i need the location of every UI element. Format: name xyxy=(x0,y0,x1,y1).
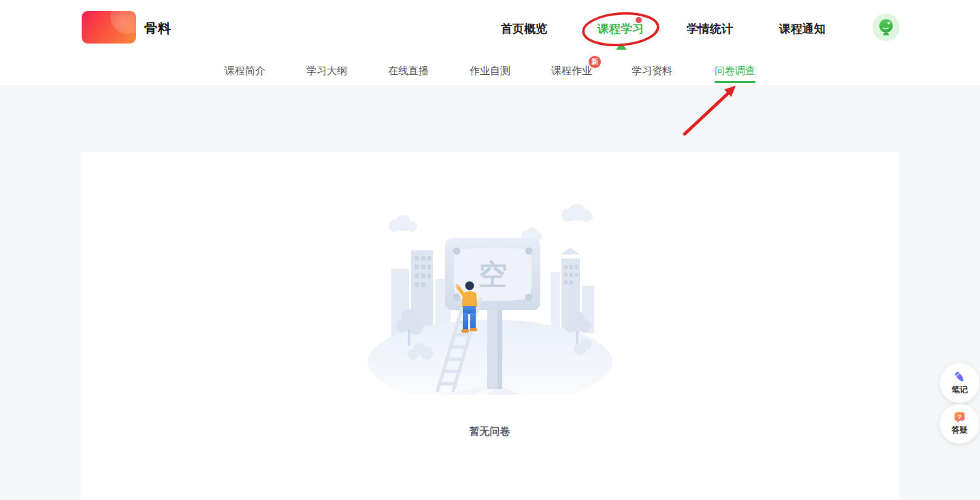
billboard-pole-edge xyxy=(497,306,502,389)
question-icon: ? xyxy=(953,412,966,423)
notes-label: 笔记 xyxy=(951,384,968,396)
cloud-shapes xyxy=(389,204,593,240)
tab-study-materials[interactable]: 学习资料 xyxy=(632,65,672,83)
tab-course-intro[interactable]: 课程简介 xyxy=(225,65,265,83)
nav-item-learning-stats[interactable]: 学情统计 xyxy=(684,21,736,37)
tab-questionnaire[interactable]: 问卷调查 xyxy=(715,65,755,83)
new-badge: 新 xyxy=(589,56,601,68)
tab-course-homework[interactable]: 课程作业 新 xyxy=(551,65,592,83)
qa-float-button[interactable]: ? 答疑 xyxy=(940,404,979,444)
tab-live-stream[interactable]: 在线直播 xyxy=(388,65,429,83)
billboard: 空 xyxy=(445,238,540,310)
app-header: 骨料 首页概览 课程学习 学情统计 课程通知 课程简介 学习大纲 在线直播 作业… xyxy=(0,0,980,85)
main-content: 问卷状态： 全部 未开始 待完成 已参与 搜索 xyxy=(0,85,980,500)
empty-message: 暂无问卷 xyxy=(470,425,510,438)
tab-syllabus[interactable]: 学习大纲 xyxy=(306,65,347,83)
notes-float-button[interactable]: 笔记 xyxy=(940,363,979,403)
avatar[interactable] xyxy=(872,14,900,41)
billboard-empty-character: 空 xyxy=(478,259,507,290)
empty-state-illustration: 空 xyxy=(361,204,619,395)
svg-text:?: ? xyxy=(958,413,962,420)
app-logo xyxy=(82,11,136,44)
questionnaire-empty-card: 空 xyxy=(80,152,899,500)
pencil-icon xyxy=(953,371,966,383)
qa-label: 答疑 xyxy=(951,424,968,436)
notification-dot xyxy=(636,17,642,23)
tab-course-homework-label: 课程作业 xyxy=(551,65,592,76)
avatar-balloon-icon xyxy=(872,14,900,41)
nav-item-course-notice[interactable]: 课程通知 xyxy=(777,21,828,37)
active-nav-caret-icon xyxy=(616,43,627,50)
tab-self-test[interactable]: 作业自测 xyxy=(470,65,510,83)
nav-item-home-overview[interactable]: 首页概览 xyxy=(498,21,550,37)
nav-item-course-learning[interactable]: 课程学习 xyxy=(595,21,647,37)
brand-title: 骨料 xyxy=(144,20,172,37)
